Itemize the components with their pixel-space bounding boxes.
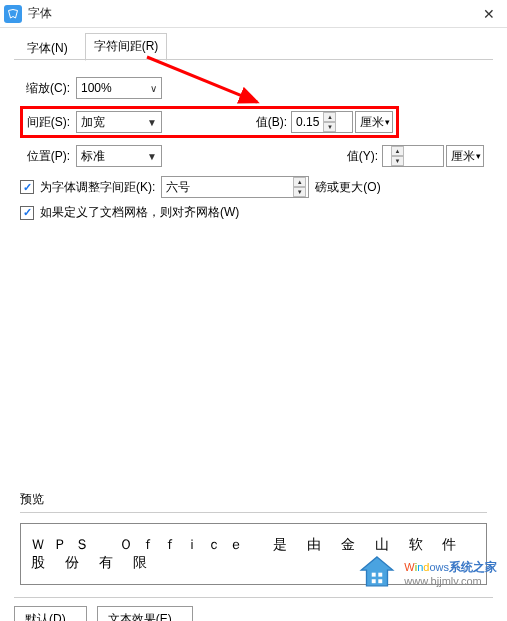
spinner-buttons[interactable]: ▲▼: [323, 112, 336, 132]
spacing-unit: 厘米: [360, 114, 384, 131]
chevron-down-icon: ▾: [476, 151, 481, 161]
svg-rect-1: [372, 573, 376, 577]
svg-rect-2: [379, 573, 383, 577]
chevron-down-icon: ▾: [385, 117, 390, 127]
watermark-url: www.bjjmlv.com: [404, 574, 497, 588]
spinner-buttons[interactable]: ▲▼: [293, 177, 306, 197]
position-value-label: 值(Y):: [347, 148, 378, 165]
spacing-value-input[interactable]: 0.15 ▲▼: [291, 111, 353, 133]
position-label: 位置(P):: [20, 148, 76, 165]
position-unit-select[interactable]: 厘米 ▾: [446, 145, 484, 167]
divider: [14, 597, 493, 598]
spacing-value: 0.15: [296, 115, 319, 129]
spacing-unit-select[interactable]: 厘米 ▾: [355, 111, 393, 133]
spacing-row-highlight: 间距(S): 加宽 ▼ 值(B): 0.15 ▲▼ 厘米 ▾: [20, 106, 399, 138]
kerning-size-value: 六号: [166, 179, 190, 196]
divider: [20, 512, 487, 513]
grid-checkbox[interactable]: [20, 206, 34, 220]
scale-value: 100%: [81, 81, 112, 95]
position-unit: 厘米: [451, 148, 475, 165]
spinner-buttons[interactable]: ▲▼: [391, 146, 404, 166]
chevron-down-icon: ▼: [147, 151, 157, 162]
grid-label: 如果定义了文档网格，则对齐网格(W): [40, 204, 239, 221]
position-select[interactable]: 标准 ▼: [76, 145, 162, 167]
default-button[interactable]: 默认(D)...: [14, 606, 87, 621]
svg-rect-4: [379, 579, 383, 583]
position-value-input[interactable]: ▲▼: [382, 145, 444, 167]
tab-char-spacing[interactable]: 字符间距(R): [85, 33, 168, 61]
kerning-label: 为字体调整字间距(K):: [40, 179, 155, 196]
spacing-select[interactable]: 加宽 ▼: [76, 111, 162, 133]
text-effects-button[interactable]: 文本效果(E)...: [97, 606, 193, 621]
scale-label: 缩放(C):: [20, 80, 76, 97]
spacing-value-label: 值(B):: [256, 114, 287, 131]
chevron-down-icon: ▼: [147, 117, 157, 128]
watermark: Windows系统之家 www.bjjmlv.com: [356, 553, 497, 595]
kerning-suffix: 磅或更大(O): [315, 179, 380, 196]
position-select-value: 标准: [81, 148, 105, 165]
spacing-label: 间距(S):: [26, 114, 76, 131]
watermark-brand: ows: [429, 561, 449, 573]
close-icon[interactable]: ✕: [475, 0, 503, 28]
preview-label: 预览: [20, 491, 487, 508]
tab-font[interactable]: 字体(N): [14, 33, 81, 61]
scale-select[interactable]: 100% ∨: [76, 77, 162, 99]
app-icon: [4, 5, 22, 23]
svg-rect-3: [372, 579, 376, 583]
window-title: 字体: [28, 5, 475, 22]
chevron-down-icon: ∨: [150, 83, 157, 94]
spacing-select-value: 加宽: [81, 114, 105, 131]
kerning-size-input[interactable]: 六号 ▲▼: [161, 176, 309, 198]
kerning-checkbox[interactable]: [20, 180, 34, 194]
watermark-cn: 系统之家: [449, 560, 497, 574]
